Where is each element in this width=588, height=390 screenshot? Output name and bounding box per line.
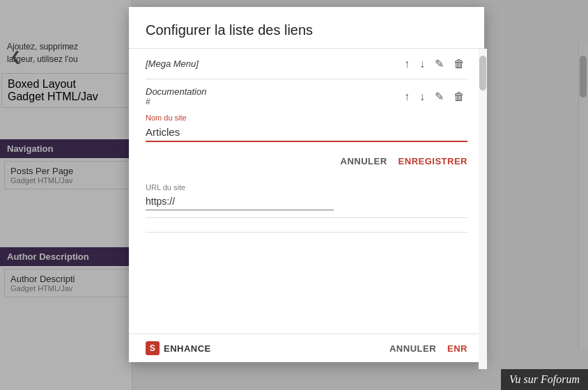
doc-up-btn[interactable]: ↑ bbox=[401, 89, 412, 104]
mega-menu-down-btn[interactable]: ↓ bbox=[417, 56, 428, 72]
footer-right-actions: ANNULER ENR bbox=[389, 343, 467, 354]
site-name-input[interactable] bbox=[146, 123, 467, 142]
list-item-mega-menu-info: [Mega Menu] bbox=[146, 58, 401, 69]
doc-actions: ↑ ↓ ✎ 🗑 bbox=[401, 88, 467, 104]
list-item-mega-menu: [Mega Menu] ↑ ↓ ✎ 🗑 bbox=[146, 49, 467, 79]
modal-footer: S ENHANCE ANNULER ENR bbox=[129, 334, 484, 362]
site-url-label: URL du site bbox=[146, 183, 467, 192]
doc-delete-btn[interactable]: 🗑 bbox=[451, 89, 467, 104]
configure-links-modal: Configurer la liste des liens [Mega Menu… bbox=[129, 7, 484, 362]
enhance-button[interactable]: S ENHANCE bbox=[146, 341, 211, 355]
watermark: Vu sur Foforum bbox=[501, 369, 588, 390]
modal-body[interactable]: [Mega Menu] ↑ ↓ ✎ 🗑 Documentation # ↑ ↓ … bbox=[129, 49, 484, 334]
mega-menu-actions: ↑ ↓ ✎ 🗑 bbox=[401, 56, 467, 72]
footer-enregistrer-btn[interactable]: ENR bbox=[447, 343, 467, 354]
form-actions: ANNULER ENREGISTRER bbox=[146, 149, 467, 176]
site-name-label: Nom du site bbox=[146, 114, 467, 122]
doc-edit-form: Nom du site ANNULER ENREGISTRER URL du s… bbox=[146, 107, 467, 210]
modal-title: Configurer la liste des liens bbox=[146, 22, 467, 38]
modal-scrollbar[interactable] bbox=[479, 49, 487, 369]
enhance-icon: S bbox=[146, 341, 160, 355]
form-save-btn[interactable]: ENREGISTRER bbox=[399, 156, 467, 166]
list-item-doc-info: Documentation # bbox=[146, 86, 401, 107]
modal-header: Configurer la liste des liens bbox=[129, 7, 484, 49]
mega-menu-label: [Mega Menu] bbox=[146, 58, 401, 69]
enhance-label: ENHANCE bbox=[164, 343, 211, 354]
mega-menu-up-btn[interactable]: ↑ bbox=[401, 56, 412, 72]
doc-label: Documentation bbox=[146, 86, 401, 97]
site-url-field: URL du site bbox=[146, 183, 467, 210]
site-url-input[interactable] bbox=[146, 193, 334, 210]
doc-url: # bbox=[146, 97, 401, 107]
bottom-divider bbox=[146, 232, 467, 233]
mega-menu-delete-btn[interactable]: 🗑 bbox=[451, 56, 467, 72]
footer-cancel-btn[interactable]: ANNULER bbox=[389, 343, 436, 354]
list-item-documentation: Documentation # ↑ ↓ ✎ 🗑 Nom du site ANNU bbox=[146, 79, 467, 218]
site-name-field: Nom du site bbox=[146, 114, 467, 142]
doc-down-btn[interactable]: ↓ bbox=[417, 89, 428, 104]
form-cancel-btn[interactable]: ANNULER bbox=[341, 156, 387, 166]
mega-menu-edit-btn[interactable]: ✎ bbox=[432, 56, 447, 72]
doc-edit-btn[interactable]: ✎ bbox=[432, 88, 447, 104]
modal-scrollbar-thumb bbox=[479, 56, 486, 91]
